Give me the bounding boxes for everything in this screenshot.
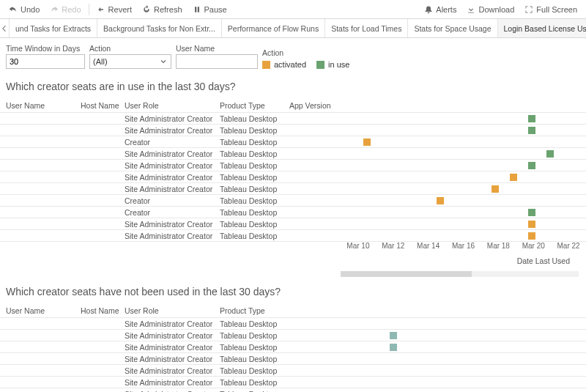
scrollbar-thumb[interactable] (341, 271, 472, 277)
legend-in-use: in use (316, 60, 349, 69)
col-product: Product Type (220, 306, 337, 315)
refresh-icon (142, 5, 151, 14)
table-row: Site Administrator CreatorTableau Deskto… (0, 341, 586, 353)
user-name-input[interactable] (176, 54, 258, 69)
refresh-label: Refresh (154, 5, 182, 14)
data-mark[interactable] (528, 221, 535, 228)
data-mark[interactable] (528, 232, 535, 240)
pause-icon (193, 5, 201, 14)
table-row: Site Administrator CreatorTableau Deskto… (0, 148, 586, 160)
separator (89, 4, 89, 15)
toolbar: Undo Redo Revert Refresh Pause Alerts Do… (0, 0, 586, 19)
tab-scroll-left[interactable] (0, 19, 10, 37)
undo-label: Undo (21, 5, 40, 14)
table-row: Site Administrator CreatorTableau Deskto… (0, 183, 586, 195)
axis1-label: Date Last Used (0, 255, 586, 268)
chevron-down-icon (159, 57, 168, 66)
axis-chart1: Mar 10Mar 12Mar 14Mar 16Mar 18Mar 20Mar … (0, 242, 586, 255)
section1-title: Which creator seats are in use in the la… (0, 72, 586, 98)
time-window-label: Time Window in Days (6, 44, 85, 53)
data-mark[interactable] (437, 197, 444, 204)
table-row: Site Administrator CreatorTableau Deskto… (0, 353, 586, 365)
tab-space-usage[interactable]: Stats for Space Usage (408, 19, 497, 37)
time-window-input[interactable] (6, 54, 85, 69)
col-host: Host Name (81, 101, 125, 110)
grid-in-use: User Name Host Name User Role Product Ty… (0, 98, 586, 242)
tab-extract-tasks[interactable]: und Tasks for Extracts (10, 19, 97, 37)
filter-bar: Time Window in Days Action (All) User Na… (0, 38, 586, 72)
table-row: Site Administrator CreatorTableau Deskto… (0, 171, 586, 183)
undo-button[interactable]: Undo (4, 0, 44, 18)
col-product: Product Type (220, 101, 289, 110)
chart1-scrollbar[interactable] (341, 271, 579, 277)
data-mark[interactable] (363, 138, 371, 146)
tab-non-extract-tasks[interactable]: Background Tasks for Non Extr... (97, 19, 222, 37)
legend-swatch-activated (262, 61, 270, 69)
col-role: User Role (125, 306, 220, 315)
data-mark[interactable] (528, 209, 535, 216)
data-mark[interactable] (528, 162, 535, 169)
tab-flow-performance[interactable]: Performance of Flow Runs (222, 19, 325, 37)
data-mark[interactable] (390, 332, 397, 339)
bell-icon (424, 5, 433, 14)
chevron-left-icon (0, 24, 9, 33)
grid2-header: User Name Host Name User Role Product Ty… (0, 303, 586, 318)
tab-license-usage[interactable]: Login Based License Usage (498, 19, 587, 37)
data-mark[interactable] (492, 185, 499, 193)
pause-button[interactable]: Pause (188, 0, 231, 18)
col-user: User Name (0, 101, 81, 110)
col-host: Host Name (81, 306, 125, 315)
data-mark[interactable] (510, 174, 517, 181)
action-select[interactable]: (All) (89, 54, 171, 69)
table-row: Site Administrator CreatorTableau Deskto… (0, 377, 586, 388)
grid-unused: User Name Host Name User Role Product Ty… (0, 303, 586, 392)
pause-label: Pause (204, 5, 227, 14)
action-label: Action (89, 44, 171, 53)
table-row: Site Administrator CreatorTableau Deskto… (0, 160, 586, 171)
table-row: Site Administrator CreatorTableau Deskto… (0, 388, 586, 392)
table-row: CreatorTableau Desktop (0, 195, 586, 207)
undo-icon (9, 5, 18, 14)
table-row: Site Administrator CreatorTableau Deskto… (0, 365, 586, 377)
legend-swatch-in-use (316, 61, 324, 69)
fullscreen-button[interactable]: Full Screen (520, 0, 582, 18)
tab-bar: und Tasks for Extracts Background Tasks … (0, 19, 586, 38)
filter-action: Action (All) (89, 44, 171, 69)
revert-icon (97, 5, 105, 14)
refresh-button[interactable]: Refresh (138, 0, 187, 18)
tab-load-times[interactable]: Stats for Load Times (325, 19, 408, 37)
download-icon (467, 5, 475, 14)
legend-title: Action (262, 48, 349, 57)
redo-label: Redo (62, 5, 81, 14)
data-mark[interactable] (528, 115, 535, 122)
col-role: User Role (125, 101, 220, 110)
action-legend: Action activated in use (262, 48, 349, 69)
data-mark[interactable] (390, 344, 397, 351)
table-row: Site Administrator CreatorTableau Deskto… (0, 113, 586, 125)
table-row: CreatorTableau Desktop (0, 207, 586, 218)
filter-time-window: Time Window in Days (6, 44, 85, 69)
data-mark[interactable] (528, 127, 535, 134)
table-row: Site Administrator CreatorTableau Deskto… (0, 218, 586, 230)
table-row: Site Administrator CreatorTableau Deskto… (0, 330, 586, 341)
table-row: Site Administrator CreatorTableau Deskto… (0, 230, 586, 242)
redo-button: Redo (45, 0, 85, 18)
action-value: (All) (93, 57, 108, 66)
alerts-button[interactable]: Alerts (420, 0, 461, 18)
download-label: Download (478, 5, 514, 14)
download-button[interactable]: Download (462, 0, 519, 18)
table-row: Site Administrator CreatorTableau Deskto… (0, 318, 586, 330)
filter-user-name: User Name (176, 44, 258, 69)
col-appver: App Version (289, 101, 341, 110)
alerts-label: Alerts (436, 5, 456, 14)
revert-button[interactable]: Revert (92, 0, 136, 18)
legend-in-use-label: in use (328, 60, 349, 69)
fullscreen-label: Full Screen (536, 5, 577, 14)
legend-activated-label: activated (274, 60, 306, 69)
grid1-header: User Name Host Name User Role Product Ty… (0, 98, 586, 113)
table-row: CreatorTableau Desktop (0, 136, 586, 148)
legend-activated: activated (262, 60, 306, 69)
table-row: Site Administrator CreatorTableau Deskto… (0, 125, 586, 136)
data-mark[interactable] (546, 150, 554, 158)
col-user: User Name (0, 306, 81, 315)
